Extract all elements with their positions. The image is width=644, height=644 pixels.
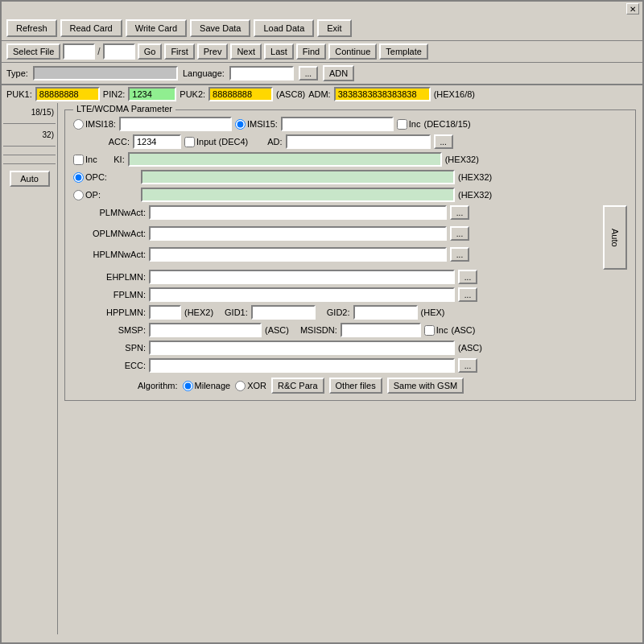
ad-input[interactable]: [286, 134, 431, 149]
left-dec2-label: 32): [3, 129, 56, 141]
plmn-act-input[interactable]: [149, 205, 447, 220]
milenage-label: Milenage: [195, 381, 231, 390]
left-panel: 18/15) 32) Auto: [2, 103, 58, 634]
auto-plmn-button[interactable]: Auto: [603, 205, 627, 270]
last-button[interactable]: Last: [264, 43, 294, 60]
spn-input[interactable]: [149, 341, 455, 355]
write-card-button[interactable]: Write Card: [126, 19, 187, 37]
adm-input[interactable]: [334, 87, 431, 101]
select-file-button[interactable]: Select File: [6, 43, 60, 60]
pin2-input[interactable]: [128, 87, 176, 101]
save-data-button[interactable]: Save Data: [190, 19, 250, 37]
imsi-inc-label: Inc: [409, 119, 421, 129]
plmn-fields: PLMNwAct: ... OPLMNwAct: ... HPLMNwA: [73, 205, 600, 265]
first-button[interactable]: First: [164, 43, 194, 60]
gid1-label: GID1:: [225, 308, 248, 317]
acc-input-checkbox[interactable]: [184, 137, 195, 147]
spn-label: SPN:: [73, 343, 146, 353]
refresh-button[interactable]: Refresh: [6, 19, 57, 37]
fplmn-dots-button[interactable]: ...: [458, 287, 477, 302]
language-dots-button[interactable]: ...: [299, 66, 318, 80]
puk2-label: PUK2:: [180, 89, 205, 99]
imsi18-input[interactable]: [119, 117, 232, 131]
find-button[interactable]: Find: [296, 43, 326, 60]
next-button[interactable]: Next: [230, 43, 262, 60]
hpplmn-hex2-label: (HEX2): [184, 308, 213, 317]
imsi18-radio[interactable]: [73, 119, 84, 130]
hplmn-act-input[interactable]: [149, 247, 447, 262]
ki-inc-label: Inc: [73, 155, 97, 165]
file-total-input[interactable]: [103, 43, 135, 60]
hpplmn-label: HPPLMN:: [73, 308, 146, 317]
page-separator: /: [97, 46, 100, 57]
smsp-input[interactable]: [149, 323, 262, 337]
close-button[interactable]: ✕: [626, 3, 639, 14]
gid1-input[interactable]: [251, 305, 316, 320]
op-input[interactable]: [141, 188, 455, 202]
ecc-label: ECC:: [73, 361, 146, 370]
imsi15-input[interactable]: [281, 117, 394, 131]
file-page-input[interactable]: [63, 43, 95, 60]
smsp-asc-label: (ASC): [265, 325, 289, 335]
imsi18-radio-label: IMSI18:: [73, 119, 116, 130]
ki-input[interactable]: [128, 152, 442, 167]
opc-radio[interactable]: [73, 172, 84, 183]
ki-label: KI:: [101, 155, 125, 164]
ki-inc-checkbox[interactable]: [73, 155, 84, 165]
lte-group: LTE/WCDMA Parameter IMSI18: IMSI15:: [64, 109, 636, 401]
puk1-input[interactable]: [35, 87, 100, 101]
ki-inc-text: Inc: [85, 155, 97, 164]
hpplmn-input[interactable]: [149, 305, 181, 320]
gid-hex-label: (HEX): [421, 308, 445, 317]
rc-para-button[interactable]: R&C Para: [271, 378, 324, 394]
gid2-input[interactable]: [353, 305, 418, 320]
oplmn-act-input[interactable]: [149, 226, 447, 241]
other-files-button[interactable]: Other files: [329, 378, 382, 394]
template-button[interactable]: Template: [379, 43, 428, 60]
oplmn-act-dots-button[interactable]: ...: [450, 226, 469, 241]
ad-dots-button[interactable]: ...: [434, 134, 453, 149]
milenage-radio[interactable]: [183, 381, 193, 391]
op-radio[interactable]: [73, 190, 84, 200]
hplmn-act-row: HPLMNwAct: ...: [73, 247, 600, 262]
acc-label: ACC:: [73, 137, 130, 147]
exit-button[interactable]: Exit: [317, 19, 351, 37]
continue-button[interactable]: Continue: [328, 43, 377, 60]
main-window: ✕ Refresh Read Card Write Card Save Data…: [0, 0, 644, 644]
auto-button-left[interactable]: Auto: [10, 171, 50, 187]
type-input[interactable]: [33, 66, 178, 80]
hex-label: (HEX16/8): [434, 89, 475, 99]
imsi-inc-checkbox[interactable]: [397, 119, 407, 130]
fplmn-label: FPLMN:: [73, 290, 146, 299]
xor-radio[interactable]: [235, 381, 246, 391]
smsp-label: SMSP:: [73, 325, 146, 335]
left-dec-label: 18/15): [3, 106, 56, 118]
acc-input[interactable]: [133, 134, 181, 149]
plmn-act-row: PLMNwAct: ...: [73, 205, 600, 220]
ehplmn-dots-button[interactable]: ...: [458, 270, 477, 284]
language-input[interactable]: [229, 66, 294, 80]
imsi15-radio-label: IMSI15:: [235, 119, 278, 130]
prev-button[interactable]: Prev: [197, 43, 229, 60]
acc-row: ACC: Input (DEC4) AD: ...: [73, 134, 627, 149]
ecc-dots-button[interactable]: ...: [458, 358, 477, 373]
ehplmn-input[interactable]: [149, 270, 455, 284]
puk1-label: PUK1:: [6, 89, 32, 99]
imsi15-radio[interactable]: [235, 119, 246, 130]
imsi15-label: IMSI15:: [247, 119, 278, 129]
fplmn-input[interactable]: [149, 287, 455, 302]
hplmn-act-dots-button[interactable]: ...: [450, 247, 469, 262]
puk2-input[interactable]: [208, 87, 273, 101]
same-gsm-button[interactable]: Same with GSM: [387, 378, 464, 394]
load-data-button[interactable]: Load Data: [254, 19, 314, 37]
adn-button[interactable]: ADN: [323, 65, 354, 81]
plmn-act-dots-button[interactable]: ...: [450, 205, 469, 220]
algorithm-row: Algorithm: Milenage XOR R&C Para Other f…: [73, 378, 627, 394]
go-button[interactable]: Go: [138, 43, 163, 60]
read-card-button[interactable]: Read Card: [60, 19, 122, 37]
msisdn-inc-checkbox[interactable]: [424, 325, 435, 336]
imsi18-label: IMSI18:: [85, 119, 116, 129]
ecc-input[interactable]: [149, 358, 455, 373]
opc-input[interactable]: [141, 170, 455, 184]
msisdn-input[interactable]: [341, 323, 421, 337]
